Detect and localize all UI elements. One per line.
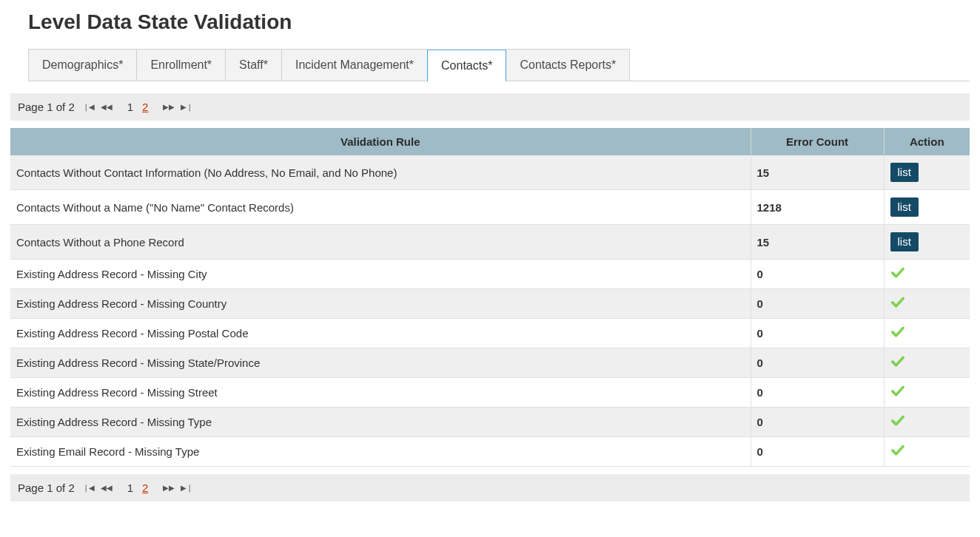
pager-last-icon[interactable]: ▶❘ — [180, 104, 193, 111]
rule-cell: Contacts Without a Name ("No Name" Conta… — [10, 190, 751, 225]
pager-first-icon[interactable]: ❘◀ — [82, 484, 95, 492]
action-cell — [884, 260, 970, 289]
check-icon — [890, 297, 905, 308]
table-row: Contacts Without Contact Information (No… — [10, 155, 970, 190]
table-row: Contacts Without a Phone Record15list — [10, 225, 970, 260]
count-cell: 0 — [751, 437, 884, 467]
pager-next-icon[interactable]: ▶▶ — [162, 484, 175, 492]
count-cell: 0 — [751, 408, 884, 437]
table-row: Existing Address Record - Missing State/… — [10, 348, 970, 378]
rule-cell: Existing Address Record - Missing State/… — [10, 348, 751, 378]
table-row: Existing Address Record - Missing Street… — [10, 378, 970, 408]
table-row: Existing Address Record - Missing Type0 — [10, 408, 970, 437]
list-button[interactable]: list — [890, 163, 919, 182]
tab-incident-management-[interactable]: Incident Management* — [281, 49, 428, 81]
tab-enrollment-[interactable]: Enrollment* — [136, 49, 226, 81]
action-cell: list — [884, 155, 970, 190]
pager-bottom: Page 1 of 2 ❘◀ ◀◀ 1 2 ▶▶ ▶❘ — [10, 474, 970, 501]
tab-contacts-reports-[interactable]: Contacts Reports* — [506, 49, 630, 81]
page-title: Level Data State Validation — [28, 10, 970, 34]
action-cell — [884, 378, 970, 408]
tab-staff-[interactable]: Staff* — [225, 49, 282, 81]
action-cell — [884, 437, 970, 467]
count-cell: 15 — [751, 225, 884, 260]
tabs-row: Demographics*Enrollment*Staff*Incident M… — [28, 49, 970, 81]
check-icon — [890, 385, 905, 397]
rule-cell: Existing Address Record - Missing Street — [10, 378, 751, 408]
list-button[interactable]: list — [890, 232, 919, 251]
rule-cell: Contacts Without a Phone Record — [10, 225, 751, 260]
table-row: Existing Address Record - Missing Countr… — [10, 289, 970, 319]
table-row: Existing Address Record - Missing Postal… — [10, 319, 970, 348]
action-cell — [884, 319, 970, 348]
count-cell: 0 — [751, 260, 884, 289]
rule-cell: Existing Address Record - Missing City — [10, 260, 751, 289]
count-cell: 0 — [751, 289, 884, 319]
tab-demographics-[interactable]: Demographics* — [28, 49, 137, 81]
check-icon — [890, 326, 905, 338]
pager-first-icon[interactable]: ❘◀ — [82, 104, 95, 111]
action-cell: list — [884, 225, 970, 260]
check-icon — [890, 267, 905, 279]
table-row: Existing Email Record - Missing Type0 — [10, 437, 970, 467]
check-icon — [890, 356, 905, 368]
pager-label-top: Page 1 of 2 — [18, 101, 75, 113]
pager-prev-icon[interactable]: ◀◀ — [100, 104, 113, 111]
rule-cell: Existing Address Record - Missing Countr… — [10, 289, 751, 319]
pager-top: Page 1 of 2 ❘◀ ◀◀ 1 2 ▶▶ ▶❘ — [10, 93, 970, 121]
col-header-action: Action — [884, 128, 970, 155]
rule-cell: Contacts Without Contact Information (No… — [10, 155, 751, 190]
pager-page-other[interactable]: 2 — [140, 482, 150, 494]
count-cell: 0 — [751, 348, 884, 378]
check-icon — [890, 415, 905, 427]
action-cell: list — [884, 190, 970, 225]
pager-page-other[interactable]: 2 — [140, 101, 150, 113]
pager-page-current[interactable]: 1 — [125, 482, 135, 494]
check-icon — [890, 445, 905, 456]
count-cell: 0 — [751, 319, 884, 348]
rule-cell: Existing Email Record - Missing Type — [10, 437, 751, 467]
col-header-rule: Validation Rule — [10, 128, 751, 155]
table-row: Contacts Without a Name ("No Name" Conta… — [10, 190, 970, 225]
pager-label-bottom: Page 1 of 2 — [18, 482, 75, 494]
action-cell — [884, 289, 970, 319]
col-header-count: Error Count — [751, 128, 884, 155]
pager-last-icon[interactable]: ▶❘ — [180, 484, 193, 492]
count-cell: 0 — [751, 378, 884, 408]
count-cell: 15 — [751, 155, 884, 190]
rule-cell: Existing Address Record - Missing Type — [10, 408, 751, 437]
tab-contacts-[interactable]: Contacts* — [427, 50, 506, 81]
count-cell: 1218 — [751, 190, 884, 225]
list-button[interactable]: list — [890, 197, 919, 217]
table-row: Existing Address Record - Missing City0 — [10, 260, 970, 289]
pager-page-current[interactable]: 1 — [125, 101, 135, 113]
validation-table: Validation Rule Error Count Action Conta… — [10, 128, 970, 467]
action-cell — [884, 408, 970, 437]
action-cell — [884, 348, 970, 378]
rule-cell: Existing Address Record - Missing Postal… — [10, 319, 751, 348]
pager-prev-icon[interactable]: ◀◀ — [100, 484, 113, 492]
pager-next-icon[interactable]: ▶▶ — [162, 104, 175, 111]
